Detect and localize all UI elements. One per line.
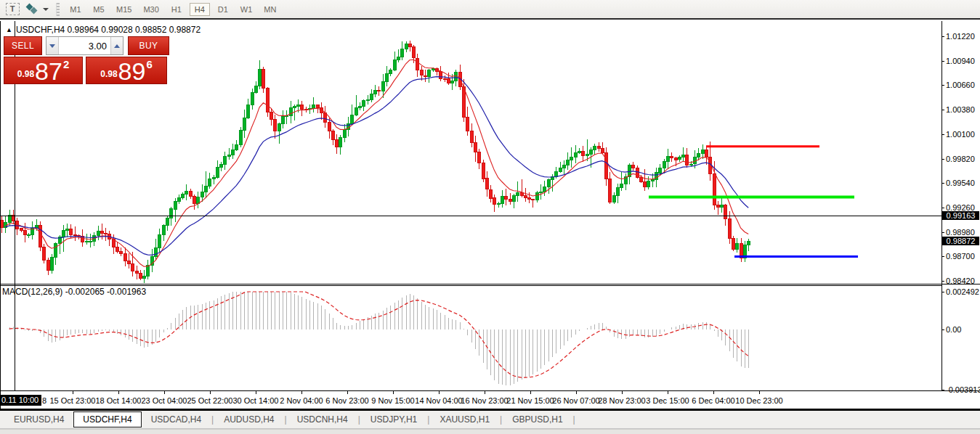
timeframe-button-w1[interactable]: W1 — [236, 3, 257, 16]
buy-price-prefix: 0.98 — [100, 69, 117, 79]
collapse-panel-icon[interactable]: ▲ — [6, 26, 12, 33]
buy-button[interactable]: BUY — [128, 36, 169, 55]
price-axis-highlight: 0.98872 — [942, 237, 979, 245]
tab-xauusd-h1[interactable]: XAUUSD,H1 — [430, 412, 499, 427]
price-axis-tick: 0.98420 — [946, 277, 979, 285]
price-axis-highlight: 0.99163 — [942, 211, 979, 220]
macd-histogram — [10, 292, 749, 385]
time-axis-tick-label: 16 Nov 23:00 — [461, 396, 508, 405]
timeframe-button-mn[interactable]: MN — [259, 3, 280, 16]
time-axis-tick-label: 6 Dec 04:00 — [692, 396, 734, 405]
symbol-header: ▲ USDCHF,H4 0.98964 0.99028 0.98852 0.98… — [6, 25, 201, 35]
triangle-up-icon — [114, 44, 120, 48]
volume-increase-button[interactable] — [110, 37, 123, 54]
time-axis-tick-label: 23 Oct 04:00 — [142, 396, 187, 405]
timeframe-button-m1[interactable]: M1 — [65, 3, 86, 16]
tab-usdchf-h4[interactable]: USDCHF,H4 — [73, 412, 141, 427]
chart-window: ▲ USDCHF,H4 0.98964 0.99028 0.98852 0.98… — [0, 21, 980, 411]
indicators-icon[interactable] — [25, 2, 41, 16]
ma-slow-line — [5, 77, 748, 255]
price-axis-tick: 0.99540 — [946, 179, 979, 187]
chart-template-icon[interactable]: T — [4, 2, 20, 16]
macd-indicator-label: MACD(12,26,9) -0.002065 -0.001963 — [2, 287, 146, 297]
tab-eurusd-h4[interactable]: EURUSD,H4 — [4, 412, 73, 427]
price-axis-tick: 0.99820 — [946, 155, 979, 163]
timeframe-button-m30[interactable]: M30 — [139, 3, 163, 16]
time-axis-partial-label: 8 — [42, 396, 46, 405]
buy-price-big: 89 — [118, 60, 146, 82]
one-click-trading-panel: SELL BUY 0.98 87 2 0.98 89 6 — [4, 36, 170, 84]
price-axis-tick: 1.00940 — [946, 57, 979, 65]
timeframe-buttons: M1M5M15M30H1H4D1W1MN — [64, 3, 282, 16]
triangle-down-icon — [49, 44, 55, 48]
macd-axis-tick: 0.00 — [946, 325, 979, 334]
volume-stepper — [46, 36, 123, 55]
macd-axis-tick: 0.002492 — [946, 287, 979, 296]
time-axis-tick-label: 9 Nov 15:00 — [371, 396, 414, 405]
toolbar: T M1M5M15M30H1H4D1W1MN — [0, 0, 980, 20]
sell-button[interactable]: SELL — [4, 36, 42, 55]
macd-axis-tick: -0.003913 — [946, 385, 979, 394]
sell-price-pipette: 2 — [63, 58, 69, 70]
tab-gbpusd-h1[interactable]: GBPUSD,H1 — [503, 412, 572, 427]
time-axis-highlight: 0.11 10:00 — [0, 395, 41, 406]
price-axis-tick: 1.00100 — [946, 130, 979, 139]
sell-price-box[interactable]: 0.98 87 2 — [4, 57, 83, 84]
chart-tabbar: EURUSD,H4USDCHF,H4USDCAD,H4|AUDUSD,H4|US… — [0, 411, 980, 429]
buy-price-box[interactable]: 0.98 89 6 — [86, 57, 167, 84]
sell-price-big: 87 — [35, 60, 62, 82]
time-axis-tick-label: 2 Nov 04:00 — [280, 396, 323, 405]
time-axis-tick-label: 10 Dec 23:00 — [735, 396, 782, 405]
price-axis-tick: 0.98980 — [946, 228, 979, 237]
volume-input[interactable] — [59, 37, 110, 54]
price-axis-tick: 1.00380 — [946, 105, 979, 114]
time-axis-tick-label: 18 Oct 14:00 — [96, 396, 142, 405]
timeframe-button-d1[interactable]: D1 — [213, 3, 233, 16]
sell-price-prefix: 0.98 — [17, 69, 34, 79]
tab-divider: | — [572, 414, 576, 425]
tab-usdcad-h4[interactable]: USDCAD,H4 — [142, 412, 211, 427]
mt4-terminal: T M1M5M15M30H1H4D1W1MN ▲ USDCHF,H4 0.989… — [0, 0, 980, 434]
price-axis-tick: 1.01220 — [946, 32, 979, 41]
toolbar-grip[interactable] — [56, 3, 60, 16]
volume-decrease-button[interactable] — [46, 37, 59, 54]
timeframe-button-m15[interactable]: M15 — [112, 3, 136, 16]
price-axis-tick: 0.98700 — [946, 252, 979, 261]
symbol-ohlc-text: USDCHF,H4 0.98964 0.99028 0.98852 0.9887… — [16, 25, 201, 35]
tab-audusd-h4[interactable]: AUDUSD,H4 — [214, 412, 283, 427]
time-axis-tick-label: 21 Nov 15:00 — [506, 396, 554, 405]
buy-price-pipette: 6 — [146, 58, 152, 70]
time-axis-tick-label: 6 Nov 23:00 — [325, 396, 368, 405]
timeframe-button-h1[interactable]: H1 — [166, 3, 187, 16]
time-axis-tick-label: 14 Nov 04:00 — [415, 396, 462, 405]
time-axis-tick-label: 15 Oct 23:00 — [50, 396, 96, 405]
timeframe-button-h4[interactable]: H4 — [190, 3, 210, 16]
time-axis-tick-label: 30 Oct 14:00 — [233, 396, 279, 405]
tab-usdcnh-h4[interactable]: USDCNH,H4 — [288, 412, 357, 427]
time-axis-tick-label: 28 Nov 23:00 — [598, 396, 645, 405]
status-strip — [0, 429, 980, 434]
price-axis-tick: 1.00660 — [946, 81, 979, 89]
timeframe-button-m5[interactable]: M5 — [89, 3, 109, 16]
time-axis-tick-label: 26 Nov 07:00 — [552, 396, 599, 405]
time-axis-tick-label: 3 Dec 15:00 — [646, 396, 689, 405]
time-axis-tick-label: 25 Oct 22:00 — [187, 396, 233, 405]
dropdown-caret-icon[interactable] — [43, 8, 49, 11]
tab-usdjpy-h1[interactable]: USDJPY,H1 — [361, 412, 426, 427]
